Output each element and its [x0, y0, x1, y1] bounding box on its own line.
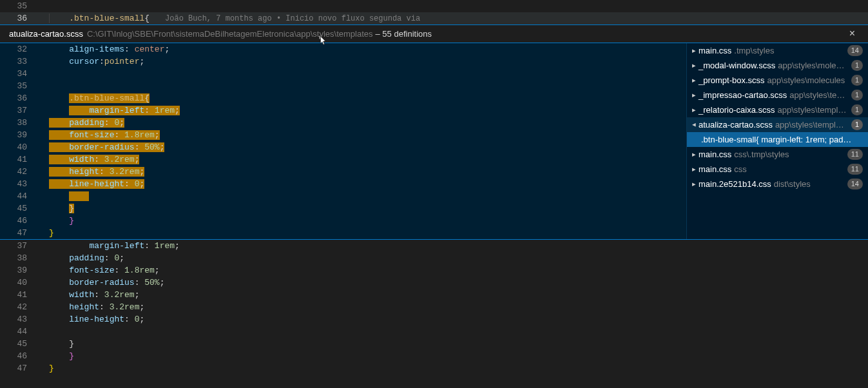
code-line[interactable]: 46 }: [0, 215, 686, 227]
line-number: 47: [0, 362, 40, 374]
reference-path: app\styles\te…: [789, 90, 845, 100]
reference-file[interactable]: ▸main.2e521b14.cssdist\styles14: [687, 177, 868, 191]
chevron-right-icon[interactable]: ▸: [690, 165, 699, 173]
reference-count-badge: 1: [851, 119, 863, 130]
line-number: 37: [0, 240, 40, 252]
peek-filepath: C:\GIT\Inlog\SBE\Front\sistemaDeBilhetag…: [87, 29, 373, 39]
editor-top[interactable]: 35 36 .btn-blue-small{João Buch, 7 month…: [0, 0, 868, 24]
line-number: 46: [0, 215, 40, 227]
code-line[interactable]: 41 width: 3.2rem;: [0, 289, 868, 301]
code-line[interactable]: 39 font-size: 1.8rem;: [0, 264, 868, 276]
code-line[interactable]: 37 margin-left: 1rem;: [0, 104, 686, 117]
peek-code-area[interactable]: 32 align-items: center;33 cursor:pointer…: [0, 43, 686, 239]
reference-file[interactable]: ▾atualiza-cartao.scssapp\styles\templ…1: [687, 117, 868, 132]
line-number: 38: [0, 117, 40, 129]
reference-filename: _relatorio-caixa.scss: [699, 105, 775, 115]
line-number: 43: [0, 313, 40, 325]
code-line[interactable]: 41 width: 3.2rem;: [0, 153, 686, 166]
code-line[interactable]: 45 }: [0, 202, 686, 215]
code-line[interactable]: 36 .btn-blue-small{João Buch, 7 months a…: [0, 12, 868, 24]
line-number: 47: [0, 227, 40, 239]
code-line[interactable]: 46 }: [0, 350, 868, 362]
chevron-right-icon[interactable]: ▸: [690, 91, 699, 99]
reference-filename: main.2e521b14.css: [699, 179, 771, 189]
code-line[interactable]: 40 border-radius: 50%;: [0, 141, 686, 153]
reference-count-badge: 1: [851, 60, 863, 71]
code-line[interactable]: 47}: [0, 227, 686, 239]
reference-file[interactable]: ▸_relatorio-caixa.scssapp\styles\templ…1: [687, 102, 868, 117]
reference-path: app\styles\templ…: [778, 105, 847, 115]
reference-path: app\styles\molecules: [767, 75, 845, 85]
line-number: 40: [0, 276, 40, 289]
reference-count-badge: 1: [851, 104, 863, 115]
reference-text: .btn-blue-small{ margin-left: 1rem; pad…: [701, 135, 851, 144]
line-number: 34: [0, 68, 40, 80]
reference-file[interactable]: ▸_impressao-cartao.scssapp\styles\te…1: [687, 88, 868, 102]
line-number: 41: [0, 153, 40, 166]
reference-filename: _prompt-box.scss: [699, 75, 765, 85]
reference-path: app\styles\mole…: [778, 61, 844, 70]
chevron-right-icon[interactable]: ▸: [690, 61, 699, 70]
line-number: 43: [0, 178, 40, 190]
line-number: 35: [0, 80, 40, 92]
reference-path: app\styles\templ…: [775, 120, 844, 130]
code-line[interactable]: 44: [0, 325, 868, 338]
code-line[interactable]: 32 align-items: center;: [0, 43, 686, 55]
chevron-right-icon[interactable]: ▾: [690, 121, 699, 130]
code-line[interactable]: 38 padding: 0;: [0, 252, 868, 264]
code-line[interactable]: 34: [0, 68, 686, 80]
reference-count-badge: 14: [847, 179, 863, 189]
reference-count-badge: 11: [847, 164, 863, 175]
peek-definition-count: – 55 definitions: [376, 29, 432, 39]
line-number: 36: [0, 12, 40, 24]
code-line[interactable]: 40 border-radius: 50%;: [0, 276, 868, 289]
code-line[interactable]: 42 height: 3.2rem;: [0, 166, 686, 178]
editor-bottom[interactable]: 37 margin-left: 1rem;38 padding: 0;39 fo…: [0, 240, 868, 374]
line-number: 36: [0, 92, 40, 104]
reference-filename: main.css: [699, 46, 731, 55]
reference-filename: _impressao-cartao.scss: [699, 90, 787, 100]
reference-path: .tmp\styles: [734, 46, 774, 55]
code-line[interactable]: 45 }: [0, 338, 868, 350]
peek-reference-list[interactable]: ▸main.css.tmp\styles14▸_modal-window.scs…: [686, 43, 868, 239]
code-line[interactable]: 47}: [0, 362, 868, 374]
code-line[interactable]: 36 .btn-blue-small{: [0, 92, 686, 104]
reference-file[interactable]: ▸main.csscss11: [687, 162, 868, 177]
line-number: 41: [0, 289, 40, 301]
code-line[interactable]: 43 line-height: 0;: [0, 313, 868, 325]
close-icon[interactable]: ×: [849, 28, 855, 39]
reference-filename: main.css: [699, 150, 731, 159]
reference-file[interactable]: ▸_modal-window.scssapp\styles\mole…1: [687, 58, 868, 73]
code-line[interactable]: 38 padding: 0;: [0, 117, 686, 129]
code-line[interactable]: 43 line-height: 0;: [0, 178, 686, 190]
line-number: 38: [0, 252, 40, 264]
reference-file[interactable]: ▸main.csscss\.tmp\styles11: [687, 147, 868, 162]
code-line[interactable]: 42 height: 3.2rem;: [0, 301, 868, 313]
code-line[interactable]: 35: [0, 80, 686, 92]
line-number: 35: [0, 0, 40, 12]
reference-filename: _modal-window.scss: [699, 61, 775, 70]
reference-path: css\.tmp\styles: [734, 150, 789, 159]
line-number: 39: [0, 264, 40, 276]
chevron-right-icon[interactable]: ▸: [690, 76, 699, 84]
code-line[interactable]: 39 font-size: 1.8rem;: [0, 129, 686, 141]
reference-item[interactable]: .btn-blue-small{ margin-left: 1rem; pad…: [687, 132, 868, 147]
chevron-right-icon[interactable]: ▸: [690, 106, 699, 114]
chevron-right-icon[interactable]: ▸: [690, 180, 699, 188]
line-number: 33: [0, 55, 40, 68]
peek-view-header: atualiza-cartao.scss C:\GIT\Inlog\SBE\Fr…: [0, 24, 868, 43]
line-number: 32: [0, 43, 40, 55]
reference-file[interactable]: ▸_prompt-box.scssapp\styles\molecules1: [687, 73, 868, 88]
reference-path: dist\styles: [774, 179, 811, 189]
peek-filename: atualiza-cartao.scss: [9, 29, 83, 39]
code-line[interactable]: 33 cursor:pointer;: [0, 55, 686, 68]
reference-file[interactable]: ▸main.css.tmp\styles14: [687, 43, 868, 58]
line-number: 45: [0, 338, 40, 350]
reference-filename: main.css: [699, 164, 731, 174]
line-number: 46: [0, 350, 40, 362]
code-line[interactable]: 35: [0, 0, 868, 12]
chevron-right-icon[interactable]: ▸: [690, 150, 699, 159]
code-line[interactable]: 44: [0, 190, 686, 202]
chevron-right-icon[interactable]: ▸: [690, 46, 699, 55]
code-line[interactable]: 37 margin-left: 1rem;: [0, 240, 868, 252]
